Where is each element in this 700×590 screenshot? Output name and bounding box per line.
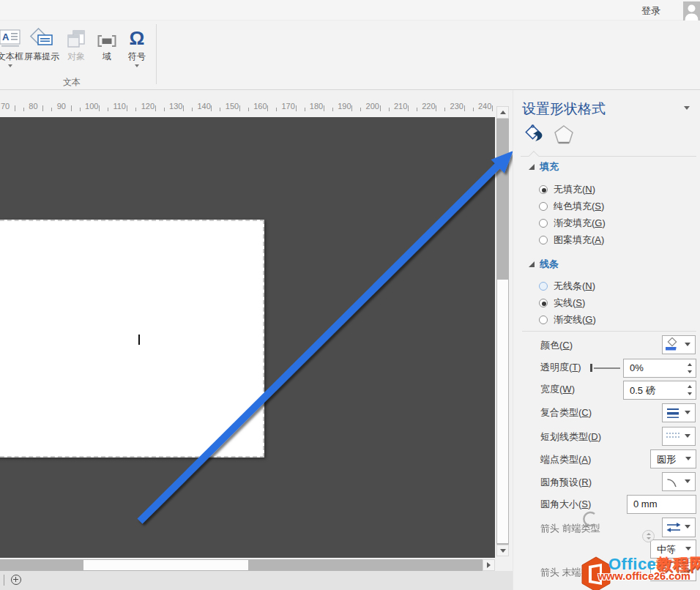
- vscroll-up-button[interactable]: [496, 106, 509, 119]
- join-size-label: 圆角大小(S): [540, 498, 591, 511]
- cap-type-value: 圆形: [657, 453, 676, 466]
- pane-options-chevron-icon[interactable]: [684, 106, 690, 110]
- transparency-slider-thumb[interactable]: [590, 364, 592, 372]
- svg-text:A: A: [2, 31, 10, 42]
- compound-lines-icon: [666, 406, 679, 419]
- section-header-line[interactable]: 线条: [529, 258, 559, 271]
- chevron-down-icon: [135, 64, 139, 67]
- editor-area: 7080901001101201301401501601701801902002…: [0, 90, 513, 590]
- radio-gradient-fill[interactable]: 渐变填充(G): [539, 217, 606, 230]
- spin-up-icon[interactable]: [688, 385, 692, 388]
- line-color-dropdown[interactable]: [662, 335, 696, 354]
- spin-down-icon[interactable]: [688, 392, 692, 395]
- status-bar: [0, 571, 513, 590]
- transparency-input[interactable]: 0%: [623, 359, 696, 378]
- object-icon: [65, 26, 87, 48]
- chevron-down-icon: [685, 479, 690, 483]
- radio-icon[interactable]: [539, 202, 548, 211]
- arrow-end-type-combobox[interactable]: [650, 562, 696, 581]
- radio-label[interactable]: 图案填充(A): [554, 234, 604, 247]
- pane-title: 设置形状格式: [522, 100, 606, 119]
- radio-solid-fill[interactable]: 纯色填充(S): [539, 200, 604, 213]
- field-label: 域: [103, 51, 111, 61]
- horizontal-scrollbar-thumb[interactable]: [83, 560, 248, 570]
- transparency-value: 0%: [630, 362, 644, 373]
- field-button[interactable]: 域: [92, 26, 122, 61]
- spinner[interactable]: [684, 359, 696, 377]
- document-canvas[interactable]: [0, 117, 495, 558]
- cap-type-combobox[interactable]: 圆形: [650, 449, 696, 468]
- spin-down-icon[interactable]: [688, 370, 692, 373]
- screentip-button[interactable]: 屏幕提示: [19, 26, 64, 61]
- compound-type-label: 复合类型(C): [540, 406, 592, 419]
- chevron-down-icon: [685, 434, 690, 438]
- tab-layout-properties[interactable]: [552, 122, 576, 147]
- word-window: 登录 A 文本框 屏幕提示 对象: [0, 0, 700, 590]
- width-label: 宽度(W): [540, 383, 575, 396]
- radio-pattern-fill[interactable]: 图案填充(A): [539, 234, 604, 247]
- radio-icon[interactable]: [539, 315, 548, 324]
- paint-bucket-icon: [524, 123, 546, 146]
- symbol-label: 符号: [128, 51, 146, 61]
- radio-label[interactable]: 无填充(N): [554, 183, 595, 196]
- dash-lines-icon: [666, 430, 680, 442]
- dash-type-dropdown[interactable]: [662, 427, 696, 446]
- spin-up-icon[interactable]: [688, 363, 692, 366]
- textbox-icon: A: [0, 26, 21, 48]
- dash-type-label: 短划线类型(D): [540, 430, 601, 444]
- radio-label[interactable]: 渐变线(G): [554, 313, 596, 326]
- vertical-scrollbar-thumb[interactable]: [497, 280, 508, 543]
- object-button[interactable]: 对象: [62, 26, 91, 61]
- radio-solid-line[interactable]: 实线(S): [539, 296, 585, 310]
- radio-icon[interactable]: [539, 236, 548, 244]
- ribbon: A 文本框 屏幕提示 对象 域 Ω 符号 文本: [0, 20, 700, 90]
- arrow-right-icon: [487, 562, 491, 568]
- screentip-icon: [29, 26, 54, 48]
- radio-no-line[interactable]: 无线条(N): [539, 280, 595, 293]
- spinner[interactable]: [684, 381, 696, 399]
- radio-label[interactable]: 纯色填充(S): [554, 200, 604, 213]
- horizontal-ruler: 7080901001101201301401501601701801902002…: [0, 99, 495, 117]
- chevron-down-icon: [685, 547, 691, 550]
- arrow-begin-size-value: 中等: [657, 543, 676, 556]
- compound-type-dropdown[interactable]: [662, 403, 696, 422]
- radio-icon[interactable]: [539, 282, 548, 291]
- double-arrow-icon: [666, 522, 682, 534]
- join-size-input[interactable]: 0 mm: [627, 495, 696, 514]
- radio-icon[interactable]: [539, 299, 548, 307]
- join-preset-label: 圆角预设(R): [540, 476, 592, 489]
- join-preset-dropdown[interactable]: [662, 472, 696, 491]
- corner-arc-icon: [666, 475, 679, 488]
- chevron-down-icon: [685, 457, 691, 460]
- radio-gradient-line[interactable]: 渐变线(G): [539, 313, 596, 326]
- document-page[interactable]: [0, 220, 264, 458]
- transparency-slider-track[interactable]: [594, 367, 620, 369]
- radio-no-fill[interactable]: 无填充(N): [539, 183, 595, 196]
- arrow-begin-size-combobox[interactable]: 中等: [650, 539, 696, 559]
- join-size-value: 0 mm: [633, 498, 658, 509]
- arrow-begin-type-dropdown[interactable]: [662, 518, 696, 537]
- sign-in-button[interactable]: 登录: [641, 4, 660, 18]
- format-shape-pane: 设置形状格式 填充 无填充(N) 纯色填充: [513, 90, 700, 590]
- text-cursor: [138, 335, 140, 345]
- collapse-triangle-icon: [529, 164, 535, 170]
- radio-icon[interactable]: [539, 219, 548, 228]
- radio-label[interactable]: 无线条(N): [554, 280, 595, 293]
- screentip-label: 屏幕提示: [24, 51, 59, 61]
- collapse-triangle-icon: [529, 261, 535, 267]
- width-input[interactable]: 0.5 磅: [623, 381, 696, 400]
- radio-label[interactable]: 实线(S): [554, 296, 585, 310]
- tab-separator: [521, 156, 696, 157]
- radio-label[interactable]: 渐变填充(G): [554, 217, 606, 230]
- user-avatar-icon[interactable]: [683, 1, 700, 20]
- chevron-down-icon: [685, 411, 690, 414]
- section-header-fill[interactable]: 填充: [529, 160, 559, 173]
- radio-icon[interactable]: [539, 185, 548, 194]
- symbol-button[interactable]: Ω 符号: [122, 26, 152, 67]
- tab-fill-line[interactable]: [524, 122, 547, 147]
- hscroll-right-button[interactable]: [483, 559, 495, 571]
- zoom-in-icon[interactable]: [11, 575, 21, 585]
- chevron-down-icon: [8, 64, 12, 67]
- vscroll-down-button[interactable]: [496, 545, 509, 556]
- selected-tab-notch: [529, 151, 539, 161]
